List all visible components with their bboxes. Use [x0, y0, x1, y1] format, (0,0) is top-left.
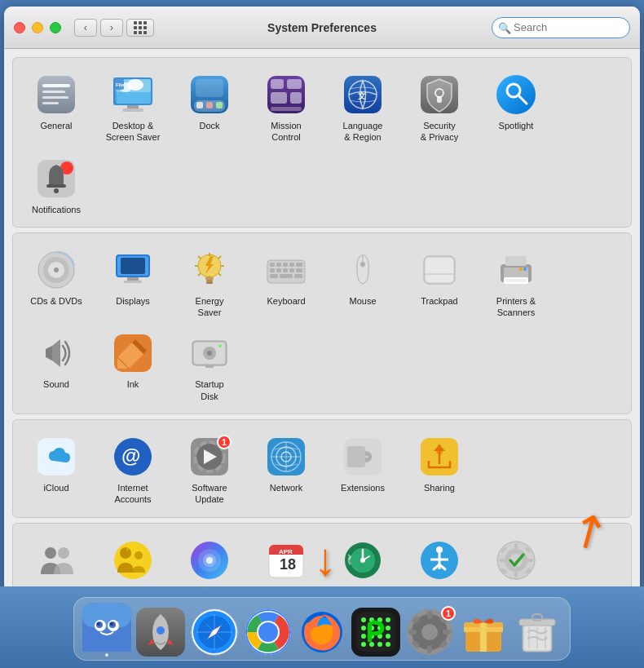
security-label: Security& Privacy	[421, 120, 458, 144]
notifications-icon	[34, 157, 78, 201]
arrow-down-annotation: ↓	[314, 537, 337, 582]
close-button[interactable]	[14, 22, 25, 33]
pref-sharing[interactable]: Sharing	[403, 430, 476, 511]
svg-point-146	[97, 622, 100, 626]
svg-text:18: 18	[280, 556, 296, 573]
pref-extensions[interactable]: Extensions	[326, 430, 399, 511]
dock-safari[interactable]	[190, 608, 239, 657]
pref-mouse[interactable]: Mouse	[326, 243, 399, 324]
pref-notifications[interactable]: Notifications	[20, 152, 93, 220]
svg-point-39	[54, 188, 59, 193]
dock-firefox[interactable]	[298, 608, 346, 657]
pref-printers-scanners[interactable]: Printers &Scanners	[479, 243, 553, 324]
trackpad-label: Trackpad	[421, 295, 457, 307]
svg-point-177	[361, 642, 366, 647]
datetime-icon: APR 18	[264, 538, 308, 582]
pref-general[interactable]: General	[20, 68, 93, 148]
dock-pixelmator[interactable]	[351, 608, 400, 657]
giftbox-icon	[459, 608, 508, 657]
forward-button[interactable]: ›	[100, 19, 123, 37]
extensions-label: Extensions	[341, 482, 385, 493]
network-icon	[264, 435, 308, 479]
pref-trackpad[interactable]: Trackpad	[403, 243, 476, 324]
back-button[interactable]: ‹	[74, 19, 97, 37]
svg-point-77	[523, 268, 527, 271]
pref-ink[interactable]: Ink	[96, 326, 170, 407]
svg-text:File: File	[116, 82, 125, 87]
svg-text:文: 文	[358, 91, 366, 100]
svg-text:@: @	[121, 445, 140, 467]
titlebar: ‹ › System Preferences 🔍	[4, 7, 640, 49]
pref-startup-disk[interactable]: StartupDisk	[173, 326, 246, 407]
svg-rect-196	[464, 627, 503, 632]
pref-network[interactable]: Network	[249, 430, 323, 511]
dock-system-preferences[interactable]: 1	[405, 608, 454, 657]
fullscreen-button[interactable]	[50, 22, 61, 33]
cds-label: CDs & DVDs	[30, 295, 82, 307]
dock-trash[interactable]	[513, 608, 562, 657]
window-title: System Preferences	[267, 21, 377, 34]
svg-rect-48	[121, 258, 145, 274]
displays-icon	[111, 248, 155, 292]
dock-finder[interactable]	[82, 603, 131, 657]
search-bar[interactable]: 🔍	[492, 17, 630, 38]
pref-energy-saver[interactable]: EnergySaver	[173, 243, 246, 324]
pref-software-update[interactable]: 1 SoftwareUpdate	[173, 430, 246, 511]
search-icon: 🔍	[498, 21, 511, 33]
pref-internet-accounts[interactable]: @ InternetAccounts	[96, 430, 170, 511]
printers-label: Printers &Scanners	[496, 295, 536, 319]
pref-desktop-screensaver[interactable]: File Desktop &Screen Saver	[96, 68, 170, 148]
pref-mission-control[interactable]: MissionControl	[249, 68, 323, 148]
mouse-icon	[341, 248, 385, 292]
svg-point-168	[386, 617, 390, 622]
svg-rect-63	[296, 268, 302, 272]
svg-point-78	[519, 268, 523, 271]
timemachine-icon	[341, 538, 385, 582]
pref-icloud[interactable]: iCloud	[20, 430, 93, 511]
pref-cds-dvds[interactable]: CDs & DVDs	[20, 243, 93, 324]
search-input[interactable]	[492, 17, 630, 38]
sharing-label: Sharing	[424, 482, 455, 493]
hardware-icons-grid: CDs & DVDs Displays	[20, 243, 624, 407]
svg-point-160	[258, 622, 278, 642]
dock-launchpad[interactable]	[136, 608, 185, 657]
dock-giftbox[interactable]	[459, 608, 508, 657]
sysprefs-badge: 1	[441, 606, 456, 621]
desktop-label: Desktop &Screen Saver	[106, 120, 161, 144]
sound-icon	[34, 331, 78, 375]
notifications-label: Notifications	[32, 204, 81, 215]
finder-dot	[105, 653, 108, 657]
pref-displays[interactable]: Displays	[96, 243, 170, 324]
svg-rect-19	[216, 102, 223, 108]
language-label: Language& Region	[343, 120, 383, 144]
dock-chrome[interactable]	[244, 608, 293, 657]
traffic-lights	[14, 22, 61, 33]
svg-point-107	[120, 547, 131, 559]
pref-spotlight[interactable]: Spotlight	[479, 68, 553, 148]
svg-rect-55	[276, 263, 281, 267]
svg-point-108	[135, 551, 143, 560]
pref-sound[interactable]: Sound	[20, 326, 93, 407]
svg-rect-181	[368, 622, 372, 642]
pref-keyboard[interactable]: Keyboard	[249, 243, 323, 324]
pref-dock[interactable]: Dock	[173, 68, 246, 148]
svg-rect-56	[283, 263, 288, 267]
svg-rect-188	[443, 630, 451, 635]
grid-view-button[interactable]	[126, 19, 154, 37]
minimize-button[interactable]	[32, 22, 43, 33]
spotlight-icon	[494, 73, 538, 117]
launchpad-icon	[136, 608, 185, 657]
svg-rect-58	[296, 263, 302, 267]
chrome-icon	[244, 608, 293, 657]
svg-rect-70	[426, 258, 453, 282]
icloud-icon	[34, 435, 78, 479]
svg-point-180	[386, 642, 390, 647]
svg-point-103	[436, 448, 443, 454]
svg-rect-60	[276, 268, 281, 272]
extensions-icon	[341, 435, 385, 479]
pref-language-region[interactable]: 文 Language& Region	[326, 68, 399, 148]
pref-security-privacy[interactable]: Security& Privacy	[403, 68, 476, 148]
svg-rect-1	[42, 84, 70, 87]
svg-point-176	[386, 634, 390, 639]
svg-rect-187	[408, 630, 417, 635]
